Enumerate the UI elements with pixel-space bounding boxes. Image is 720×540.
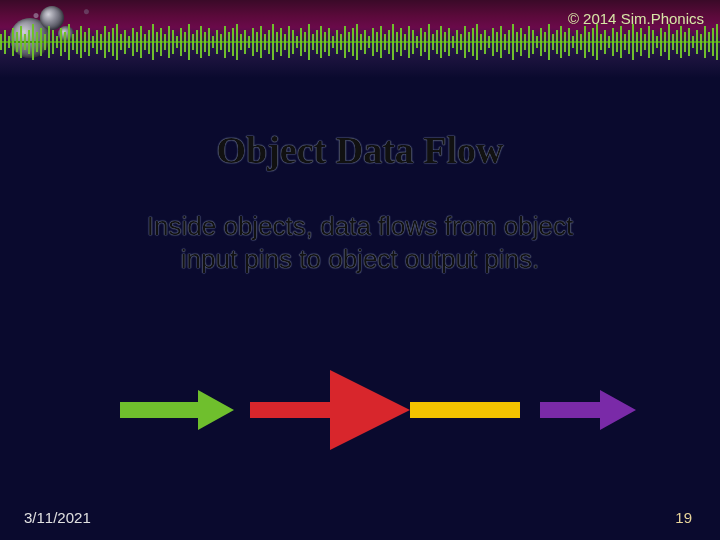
svg-rect-119 (472, 28, 474, 56)
svg-rect-136 (540, 28, 542, 56)
svg-rect-13 (48, 26, 50, 58)
svg-rect-94 (372, 28, 374, 56)
footer-page-number: 19 (675, 509, 692, 526)
svg-rect-177 (704, 26, 706, 58)
svg-rect-30 (116, 24, 118, 60)
svg-rect-7 (24, 34, 26, 50)
svg-rect-40 (156, 32, 158, 52)
svg-rect-65 (256, 32, 258, 52)
svg-rect-122 (484, 30, 486, 54)
svg-rect-75 (296, 36, 298, 48)
svg-rect-8 (28, 30, 30, 54)
svg-rect-166 (660, 28, 662, 56)
svg-rect-33 (128, 36, 130, 48)
svg-rect-14 (52, 30, 54, 54)
svg-rect-71 (280, 28, 282, 56)
svg-rect-50 (196, 30, 198, 54)
svg-rect-48 (188, 24, 190, 60)
svg-rect-101 (400, 28, 402, 56)
svg-rect-67 (264, 34, 266, 50)
svg-rect-167 (664, 32, 666, 52)
svg-rect-107 (424, 32, 426, 52)
svg-rect-108 (428, 24, 430, 60)
svg-rect-120 (476, 24, 478, 60)
svg-rect-129 (512, 24, 514, 60)
data-flow-diagram (0, 350, 720, 470)
svg-rect-56 (220, 34, 222, 50)
svg-rect-123 (488, 36, 490, 48)
svg-rect-51 (200, 26, 202, 58)
waveform-graphic (0, 20, 720, 64)
svg-rect-157 (624, 34, 626, 50)
svg-rect-44 (172, 30, 174, 54)
body-line-1: Inside objects, data flows from object (147, 211, 573, 241)
svg-rect-58 (228, 32, 230, 52)
svg-rect-103 (408, 26, 410, 58)
svg-marker-184 (330, 370, 410, 450)
svg-rect-22 (84, 32, 86, 52)
svg-rect-43 (168, 26, 170, 58)
output-arrow-icon (540, 390, 636, 430)
connector-line-icon (410, 402, 520, 418)
svg-rect-163 (648, 26, 650, 58)
svg-rect-53 (208, 28, 210, 56)
svg-rect-19 (72, 34, 74, 50)
svg-rect-162 (644, 34, 646, 50)
svg-rect-93 (368, 36, 370, 48)
svg-rect-152 (604, 30, 606, 54)
svg-rect-18 (68, 24, 70, 60)
svg-rect-109 (432, 34, 434, 50)
svg-rect-100 (396, 32, 398, 52)
svg-rect-99 (392, 24, 394, 60)
svg-rect-68 (268, 30, 270, 54)
svg-rect-179 (712, 28, 714, 56)
header-banner: © 2014 Sim.Phonics (0, 0, 720, 78)
svg-rect-134 (532, 30, 534, 54)
svg-rect-185 (410, 402, 520, 418)
svg-rect-17 (64, 32, 66, 52)
svg-rect-174 (692, 36, 694, 48)
svg-rect-180 (716, 24, 718, 60)
svg-rect-66 (260, 26, 262, 58)
svg-rect-34 (132, 28, 134, 56)
svg-rect-79 (312, 34, 314, 50)
svg-rect-112 (444, 32, 446, 52)
svg-rect-63 (248, 36, 250, 48)
svg-rect-124 (492, 28, 494, 56)
svg-rect-55 (216, 30, 218, 54)
svg-rect-96 (380, 26, 382, 58)
svg-rect-133 (528, 26, 530, 58)
svg-rect-158 (628, 30, 630, 54)
svg-rect-116 (460, 34, 462, 50)
svg-rect-62 (244, 30, 246, 54)
svg-rect-143 (568, 28, 570, 56)
svg-rect-111 (440, 26, 442, 58)
svg-rect-46 (180, 28, 182, 56)
svg-rect-52 (204, 32, 206, 52)
svg-rect-25 (96, 30, 98, 54)
svg-rect-9 (32, 24, 34, 60)
svg-rect-169 (672, 34, 674, 50)
svg-rect-128 (508, 30, 510, 54)
svg-rect-24 (92, 36, 94, 48)
svg-rect-70 (276, 32, 278, 52)
object-arrow-icon (250, 370, 410, 450)
svg-rect-170 (676, 30, 678, 54)
svg-rect-31 (120, 34, 122, 50)
svg-rect-102 (404, 34, 406, 50)
svg-rect-54 (212, 36, 214, 48)
svg-rect-141 (560, 26, 562, 58)
svg-rect-186 (540, 402, 600, 418)
svg-rect-26 (100, 34, 102, 50)
svg-rect-172 (684, 32, 686, 52)
svg-rect-176 (700, 34, 702, 50)
svg-rect-41 (160, 28, 162, 56)
svg-rect-32 (124, 30, 126, 54)
svg-rect-5 (16, 32, 18, 52)
svg-rect-37 (144, 34, 146, 50)
slide-body: Inside objects, data flows from object i… (0, 210, 720, 275)
svg-rect-81 (320, 26, 322, 58)
svg-rect-74 (292, 30, 294, 54)
svg-rect-1 (0, 34, 2, 50)
svg-rect-168 (668, 24, 670, 60)
